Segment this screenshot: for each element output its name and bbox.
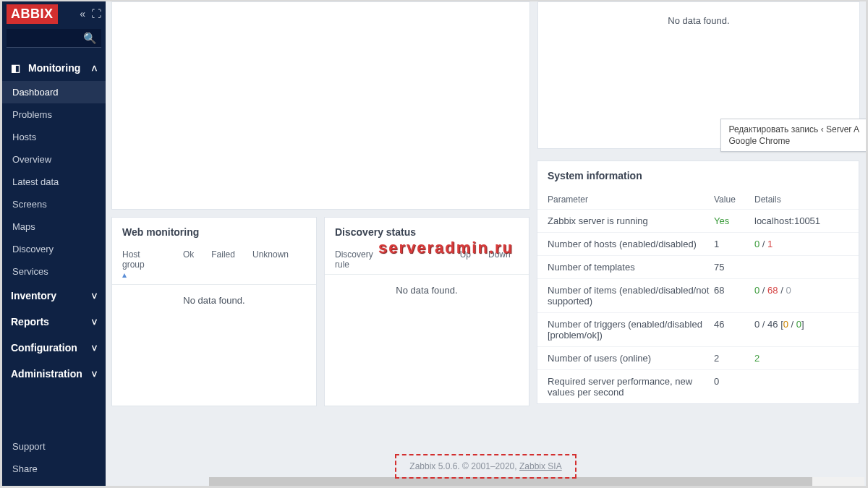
details-cell: 2	[754, 353, 848, 364]
sysinfo-row: Number of triggers (enabled/disabled [pr…	[537, 312, 859, 346]
details-cell: 0 / 46 [0 / 0]	[754, 319, 848, 341]
value-cell: 0	[714, 376, 754, 398]
tooltip-line: Google Chrome	[728, 135, 859, 147]
details-cell: localhost:10051	[754, 215, 848, 226]
nav-section-inventory[interactable]: Inventory ᐯ	[2, 283, 106, 309]
chevron-down-icon: ᐯ	[92, 292, 97, 300]
param-cell: Required server performance, new values …	[548, 376, 714, 398]
details-cell: 0 / 68 / 0	[754, 285, 848, 307]
nav-label: Inventory	[11, 290, 56, 301]
param-cell: Zabbix server is running	[548, 215, 714, 226]
sysinfo-row: Required server performance, new values …	[537, 369, 859, 403]
logo-row: ABBIX « ⛶	[2, 1, 106, 26]
sidebar-item-overview[interactable]: Overview	[2, 148, 106, 171]
tooltip-line: Редактировать запись ‹ Server A	[728, 124, 859, 135]
nav-section-monitoring[interactable]: ◧ Monitoring ᐱ	[2, 55, 106, 81]
col-parameter: Parameter	[548, 194, 714, 205]
panel-title: Discovery status	[325, 218, 529, 245]
param-cell: Number of templates	[548, 262, 714, 273]
param-cell: Number of users (online)	[548, 353, 714, 364]
panel-system-information: System information Parameter Value Detai…	[537, 160, 859, 404]
collapse-icon[interactable]: «	[80, 8, 85, 20]
chevron-down-icon: ᐯ	[92, 318, 97, 326]
sysinfo-row: Number of templates75	[537, 255, 859, 278]
panel-top-left	[111, 1, 530, 210]
col-details: Details	[754, 194, 848, 205]
footer: Zabbix 5.0.6. © 2001–2020, Zabbix SIA	[106, 454, 866, 479]
param-cell: Number of triggers (enabled/disabled [pr…	[548, 319, 714, 341]
value-cell: 68	[714, 285, 754, 307]
param-cell: Number of hosts (enabled/disabled)	[548, 239, 714, 249]
panel-title: Web monitoring	[112, 218, 316, 245]
sidebar-item-dashboard[interactable]: Dashboard	[2, 81, 106, 103]
no-data-text: No data found.	[538, 2, 859, 39]
sidebar-item-maps[interactable]: Maps	[2, 215, 106, 238]
nav-label: Configuration	[11, 342, 77, 354]
value-cell: 2	[714, 353, 754, 364]
sidebar-item-problems[interactable]: Problems	[2, 103, 106, 126]
col-up[interactable]: Up	[460, 249, 471, 270]
sysinfo-header: Parameter Value Details	[537, 189, 859, 209]
footer-link[interactable]: Zabbix SIA	[519, 461, 562, 471]
sysinfo-row: Number of hosts (enabled/disabled)10 / 1	[537, 232, 859, 255]
value-cell: 46	[714, 319, 754, 341]
value-cell: 75	[714, 262, 754, 273]
sidebar-item-services[interactable]: Services	[2, 260, 106, 283]
sidebar-item-hosts[interactable]: Hosts	[2, 126, 106, 148]
panel-discovery-status: Discovery status Discovery rule Up Down …	[324, 217, 529, 406]
nav-label: Administration	[11, 368, 82, 380]
nav-share[interactable]: Share	[2, 458, 106, 480]
col-value: Value	[714, 194, 754, 205]
footer-box: Zabbix 5.0.6. © 2001–2020, Zabbix SIA	[395, 454, 576, 479]
sidebar-item-screens[interactable]: Screens	[2, 193, 106, 215]
sysinfo-row: Zabbix server is runningYeslocalhost:100…	[537, 209, 859, 232]
details-cell: 0 / 1	[754, 239, 848, 249]
chevron-down-icon: ᐯ	[92, 370, 97, 378]
sidebar: ABBIX « ⛶ 🔍 ◧ Monitoring ᐱ DashboardProb…	[2, 1, 106, 486]
param-cell: Number of items (enabled/disabled/not su…	[548, 285, 714, 307]
web-columns: Host group ▴ Ok Failed Unknown	[112, 245, 316, 285]
browser-tooltip: Редактировать запись ‹ Server A Google C…	[720, 119, 866, 152]
disc-columns: Discovery rule Up Down	[325, 245, 529, 275]
zabbix-logo[interactable]: ABBIX	[7, 4, 58, 24]
col-hostgroup[interactable]: Host group ▴	[122, 249, 166, 280]
sysinfo-row: Number of users (online)22	[537, 346, 859, 369]
value-cell: 1	[714, 239, 754, 249]
sort-asc-icon: ▴	[122, 270, 127, 280]
no-data-text: No data found.	[112, 285, 316, 316]
col-rule[interactable]: Discovery rule	[335, 249, 373, 270]
chevron-up-icon: ᐱ	[92, 64, 97, 72]
details-cell	[754, 262, 848, 273]
col-unknown[interactable]: Unknown	[252, 249, 289, 280]
panel-title: System information	[537, 161, 859, 189]
nav-label: Monitoring	[28, 62, 80, 74]
panel-web-monitoring: Web monitoring Host group ▴ Ok Failed Un…	[111, 217, 317, 406]
chevron-down-icon: ᐯ	[92, 344, 97, 352]
sysinfo-row: Number of items (enabled/disabled/not su…	[537, 278, 859, 312]
search-input[interactable]	[7, 29, 101, 48]
nav-section-configuration[interactable]: Configuration ᐯ	[2, 335, 106, 361]
no-data-text: No data found.	[325, 275, 529, 306]
fullscreen-icon[interactable]: ⛶	[91, 8, 101, 20]
nav-support[interactable]: Support	[2, 435, 106, 458]
sidebar-item-discovery[interactable]: Discovery	[2, 238, 106, 260]
monitor-icon: ◧	[11, 62, 21, 74]
col-failed[interactable]: Failed	[211, 249, 235, 280]
nav-label: Reports	[11, 316, 49, 328]
col-down[interactable]: Down	[488, 249, 511, 270]
col-ok[interactable]: Ok	[183, 249, 194, 280]
value-cell: Yes	[714, 215, 754, 226]
footer-text: Zabbix 5.0.6. © 2001–2020,	[409, 461, 519, 471]
nav-section-administration[interactable]: Administration ᐯ	[2, 361, 106, 387]
details-cell	[754, 376, 848, 398]
main-content: No data found. Web monitoring Host group…	[106, 1, 866, 486]
nav-section-reports[interactable]: Reports ᐯ	[2, 309, 106, 335]
sidebar-item-latest-data[interactable]: Latest data	[2, 171, 106, 193]
